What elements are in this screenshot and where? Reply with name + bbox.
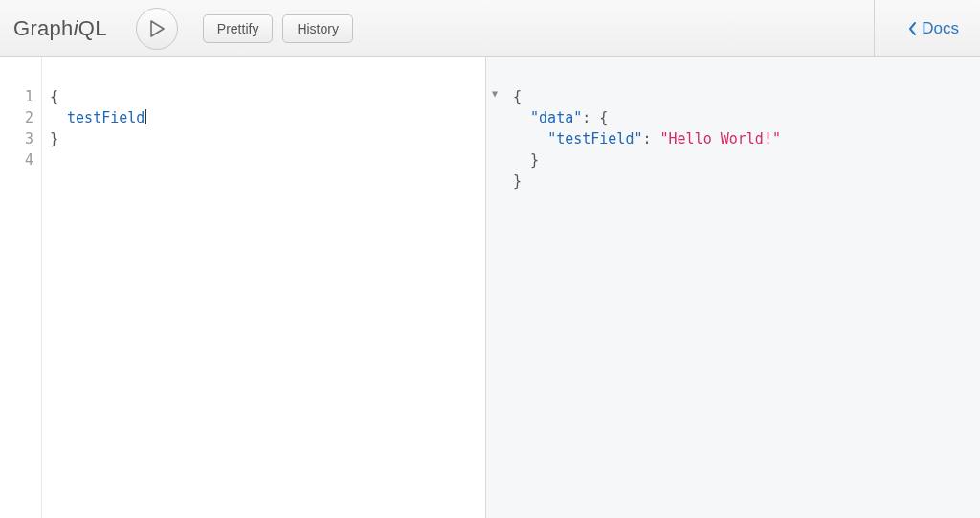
svg-marker-0 [151, 21, 164, 36]
chevron-left-icon [907, 21, 918, 36]
result-line: } [513, 149, 969, 170]
result-viewer: { "data": { "testField": "Hello World!" … [513, 86, 969, 191]
logo-text-ql: QL [78, 16, 107, 40]
query-editor[interactable]: { testField} [42, 57, 485, 518]
editor-panes: 1234 { testField} ▼ { "data": { "testFie… [0, 57, 980, 518]
play-icon [149, 20, 165, 37]
result-pane: ▼ { "data": { "testField": "Hello World!… [486, 57, 980, 518]
history-button[interactable]: History [282, 14, 353, 43]
code-line[interactable]: { [50, 86, 476, 107]
execute-button[interactable] [136, 8, 178, 50]
prettify-button[interactable]: Prettify [203, 14, 274, 43]
toolbar: GraphiQL Prettify History Docs [0, 0, 980, 57]
line-number: 2 [0, 107, 33, 128]
result-collapse-caret-icon[interactable]: ▼ [492, 88, 498, 99]
line-number: 3 [0, 128, 33, 149]
result-line: } [513, 170, 969, 191]
text-caret [145, 109, 146, 124]
query-editor-pane[interactable]: 1234 { testField} [0, 57, 486, 518]
line-gutter: 1234 [0, 57, 42, 518]
docs-label: Docs [922, 19, 959, 38]
toolbar-divider [874, 0, 875, 56]
code-line[interactable]: testField [50, 107, 476, 128]
docs-button[interactable]: Docs [907, 0, 959, 56]
result-line: { [513, 86, 969, 107]
app-logo: GraphiQL [13, 16, 107, 41]
logo-text-graph: Graph [13, 16, 74, 40]
code-line[interactable]: } [50, 128, 476, 149]
line-number: 4 [0, 149, 33, 170]
result-line: "data": { [513, 107, 969, 128]
line-number: 1 [0, 86, 33, 107]
result-line: "testField": "Hello World!" [513, 128, 969, 149]
